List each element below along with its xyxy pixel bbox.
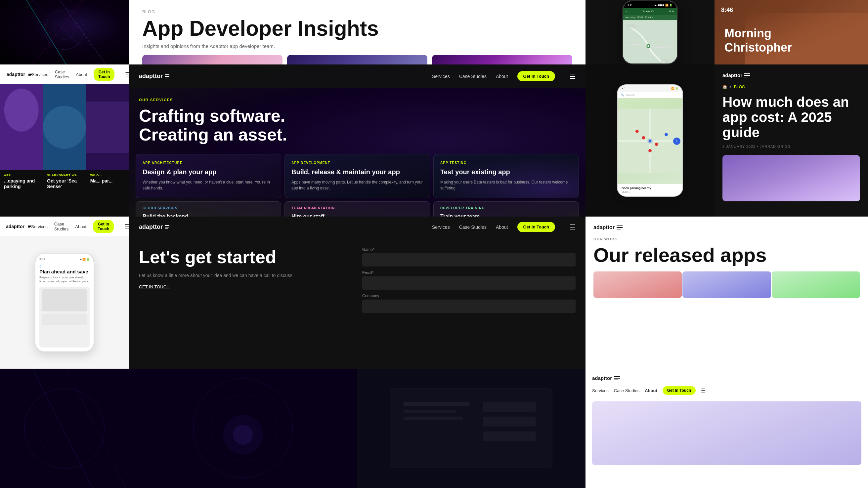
breadcrumb-home-icon[interactable]: 🏠 (722, 85, 727, 89)
lp-search-bar[interactable]: 🔍 Search (618, 92, 682, 98)
dark-nav-case-studies[interactable]: Case Studies (459, 74, 487, 79)
svg-rect-50 (483, 402, 536, 412)
r4-image (592, 401, 861, 465)
svg-line-1 (60, 0, 106, 64)
refresh-icon[interactable]: ⟳ ≡ (669, 10, 674, 13)
services-label: OUR SERVICES (139, 98, 576, 102)
plan-time: 9:41 (39, 258, 45, 261)
sc-tag-arch: APP ARCHITECTURE (143, 161, 274, 165)
contact-hamburger[interactable]: ☰ (569, 223, 576, 231)
sc-title-team: Hire our staff... (291, 213, 423, 217)
map-phone-panel: 9:01 📶 🔋 🔍 Search (586, 64, 714, 217)
breadcrumb-blog[interactable]: BLOG (734, 85, 745, 89)
plan-nav-about[interactable]: About (75, 224, 86, 229)
blog-post-meta: 2 JANUARY 2025 • JARRAD GRIGG (722, 144, 860, 149)
app-card-2-image (43, 84, 86, 170)
time-display: 9:41 (627, 4, 633, 7)
plan-back-button[interactable]: ‹ (39, 263, 90, 269)
service-card-development[interactable]: APP DEVELOPMENT Build, release & maintai… (284, 154, 430, 198)
blog-adaptor-logo: adapttor (722, 72, 860, 78)
ow-bar-3 (617, 229, 621, 229)
small-app-cards: APP ...epaying and parking SHARKSMART WA… (0, 84, 129, 217)
nav-cta-button[interactable]: Get In Touch (94, 68, 115, 81)
blog-thumb-1 (142, 55, 282, 64)
nav-logo-area: adapttor (7, 72, 32, 77)
app-card-1: APP ...epaying and parking (0, 84, 43, 217)
company-input[interactable] (362, 299, 576, 313)
sc-title-training: Train your team... (440, 213, 572, 217)
plan-nav-services[interactable]: Services (31, 224, 48, 229)
r4-hamburger[interactable]: ☰ (701, 388, 706, 394)
service-card-training[interactable]: DEVELOPER TRAINING Train your team... (433, 201, 579, 217)
nav-about[interactable]: About (76, 72, 87, 77)
services-content: OUR SERVICES Crafting software. Creating… (129, 88, 586, 144)
r4-services[interactable]: Services (592, 388, 609, 393)
contact-nav-links: Services Case Studies About Get In Touch… (432, 222, 576, 232)
nav-services[interactable]: Services (32, 72, 48, 77)
row4-cr-bg (357, 369, 585, 488)
dark-nav-about[interactable]: About (496, 74, 508, 79)
row4-left-bg (0, 369, 129, 488)
breadcrumb: 🏠 › BLOG (722, 85, 860, 89)
svg-line-0 (27, 0, 66, 64)
blog-post-title: How much does an app cost: A 2025 guide (722, 95, 860, 140)
ow-bar-1 (617, 226, 623, 226)
blog-thumb-3 (432, 55, 572, 64)
service-card-team[interactable]: TEAM AUGMENTATION Hire our staff... (284, 201, 430, 217)
contact-nav-services[interactable]: Services (432, 225, 450, 230)
plan-nav-cta[interactable]: Get In Touch (93, 220, 114, 233)
email-input[interactable] (362, 276, 576, 290)
contact-content-grid: Let's get started Let us know a little m… (129, 237, 586, 313)
logo-bar-3 (28, 75, 31, 76)
back-button[interactable]: ‹ (626, 10, 627, 13)
hamburger-icon[interactable]: ☰ (125, 71, 129, 78)
svg-point-28 (648, 149, 652, 153)
nav-case-studies[interactable]: Case Studies (55, 69, 69, 79)
contact-form: Name* Email* Company (362, 247, 576, 313)
svg-rect-51 (483, 417, 536, 426)
service-card-architecture[interactable]: APP ARCHITECTURE Design & plan your app … (135, 154, 281, 198)
sc-title-cloud: Build the backend... (143, 213, 274, 217)
dark-nav-cta[interactable]: Get In Touch (517, 71, 555, 82)
plan-nav-case[interactable]: Case Studies (54, 222, 68, 231)
row4-center-left (129, 369, 357, 488)
app-title-1: ...epaying and parking (4, 178, 39, 190)
r4-case-studies[interactable]: Case Studies (614, 388, 640, 393)
svg-rect-46 (390, 389, 552, 468)
svg-point-27 (655, 142, 658, 146)
plan-phone-mockup: 9:41 ▶ 📶 🔋 ‹ Plan ahead and save Prepay … (35, 253, 94, 352)
blog-label: BLOG (142, 9, 572, 14)
sc-tag-training: DEVELOPER TRAINING (440, 206, 572, 210)
route-label: Route 75 (643, 10, 653, 13)
plan-title: Plan ahead and save (39, 269, 90, 274)
r4-bar-3 (614, 380, 618, 380)
name-label: Name* (362, 247, 576, 252)
service-card-testing[interactable]: APP TESTING Test your existing app Makin… (433, 154, 579, 198)
logo-bar-2 (28, 74, 32, 75)
plan-date-picker (42, 289, 87, 312)
dark-hamburger-icon[interactable]: ☰ (569, 72, 576, 80)
dark-nav-services[interactable]: Services (432, 74, 450, 79)
service-card-cloud[interactable]: CLOUD SERVICES Build the backend... (135, 201, 281, 217)
contact-nav-about[interactable]: About (496, 225, 508, 230)
svg-rect-49 (404, 417, 463, 420)
r4-about[interactable]: About (645, 388, 657, 393)
map-next-button[interactable]: › (673, 137, 680, 145)
plan-nav-links: Services Case Studies About Get In Touch… (31, 220, 129, 233)
name-input[interactable] (362, 253, 576, 266)
lp-time: 9:01 (622, 87, 627, 90)
mark-bar-1 (744, 73, 750, 74)
svg-point-5 (55, 20, 74, 40)
blog-thumb-inner (722, 155, 860, 201)
plan-hamburger[interactable]: ☰ (124, 223, 129, 230)
contact-nav-case[interactable]: Case Studies (459, 225, 487, 230)
r4-cta[interactable]: Get In Touch (662, 386, 696, 395)
contact-nav-cta[interactable]: Get In Touch (517, 222, 555, 232)
contact-body: Let us know a little more about your ide… (139, 272, 352, 279)
contact-cta-link[interactable]: GET IN TOUCH (139, 284, 169, 289)
plan-nav-logo: adapttor (6, 224, 31, 229)
mark-bar-2 (744, 75, 750, 76)
app-thumb-3 (772, 271, 860, 298)
svg-point-14 (4, 89, 39, 132)
app-title-2: Get your 'Sea Sense' (47, 178, 82, 190)
